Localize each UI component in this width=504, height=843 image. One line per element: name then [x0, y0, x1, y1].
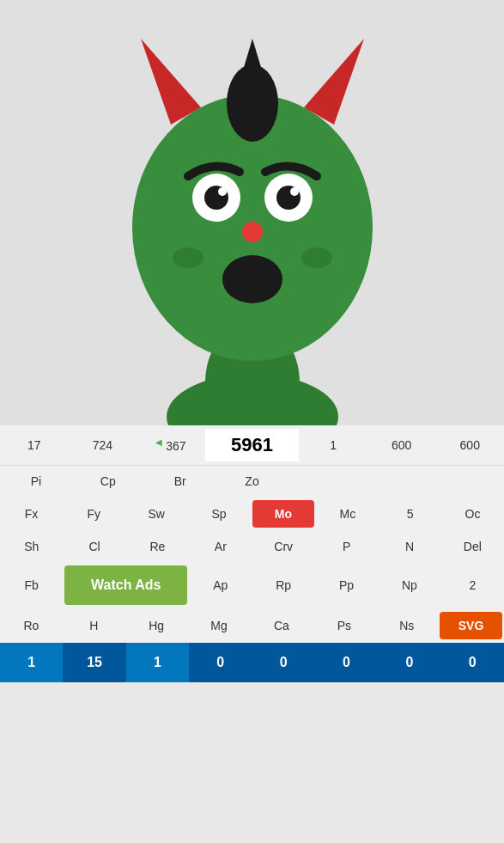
lbl3-3: Ar	[189, 533, 252, 560]
lbl1-2: Br	[144, 467, 216, 495]
lbl1-0: Pi	[0, 467, 72, 495]
num-cell-5: 600	[367, 433, 436, 457]
lbl5-0: Ro	[0, 612, 63, 639]
bottom-2: 1	[126, 643, 189, 682]
lbl1-1: Cp	[72, 467, 144, 495]
lbl3-2: Re	[126, 533, 189, 560]
lbl5-4: Ca	[251, 612, 313, 639]
svg-point-1	[167, 374, 338, 425]
lbl3-6: N	[378, 533, 440, 560]
lbl3-7: Del	[441, 533, 504, 560]
bottom-0: 1	[0, 643, 63, 682]
lbl5-6: Ns	[375, 612, 438, 639]
main-score: 5961	[205, 429, 300, 461]
num-cell-4: 1	[299, 433, 367, 457]
num-cell-6: 600	[435, 433, 504, 457]
lbl5-2: Hg	[125, 612, 188, 639]
lbl2-0: Fx	[0, 500, 63, 528]
label-row-5: Ro H Hg Mg Ca Ps Ns SVG	[0, 608, 504, 643]
svg-point-18	[301, 247, 332, 268]
lbl1-4	[288, 474, 360, 488]
lbl2-5: Mc	[316, 500, 379, 528]
num-cell-2: ◀ 367	[137, 432, 205, 458]
svg-marker-8	[240, 39, 265, 82]
lbl2-3: Sp	[188, 500, 251, 528]
lbl2-2: Sw	[125, 500, 188, 528]
lbl4-3: Rp	[252, 571, 315, 599]
number-row: 17 724 ◀ 367 5961 1 600 600	[0, 425, 504, 466]
svg-point-13	[218, 187, 227, 196]
bottom-4: 0	[252, 643, 315, 682]
svg-point-16	[222, 255, 282, 303]
lbl3-0: Sh	[0, 533, 63, 560]
bottom-5: 0	[315, 643, 378, 682]
svg-point-14	[290, 187, 299, 196]
svg-marker-5	[141, 39, 201, 125]
lbl3-1: Cl	[63, 533, 125, 560]
lbl1-3: Zo	[216, 467, 288, 495]
character-area	[0, 0, 504, 425]
lbl1-5	[360, 474, 432, 488]
lbl2-7: Oc	[441, 500, 504, 528]
lbl5-5: Ps	[313, 612, 375, 639]
lbl2-1: Fy	[63, 500, 125, 528]
watch-ads-button[interactable]: Watch Ads	[64, 565, 187, 605]
lbl4-2: Ap	[189, 571, 252, 599]
bottom-7: 0	[441, 643, 504, 682]
lbl5-1: H	[63, 612, 125, 639]
svg-marker-6	[304, 39, 364, 125]
devil-character	[89, 13, 416, 425]
lbl1-6	[432, 474, 504, 488]
svg-point-17	[173, 247, 203, 268]
label-row-2: Fx Fy Sw Sp Mo Mc 5 Oc	[0, 497, 504, 531]
svg-point-15	[242, 222, 263, 242]
mo-button[interactable]: Mo	[252, 500, 315, 528]
lbl4-4: Pp	[315, 571, 378, 599]
data-area: 17 724 ◀ 367 5961 1 600 600 Pi Cp Br Zo …	[0, 425, 504, 682]
num-cell-0: 17	[0, 433, 69, 457]
bottom-1: 15	[63, 643, 125, 682]
bottom-row: 1 15 1 0 0 0 0 0	[0, 643, 504, 682]
lbl5-3: Mg	[188, 612, 251, 639]
lbl3-4: Crv	[252, 533, 315, 560]
num-cell-1: 724	[69, 433, 137, 457]
bottom-3: 0	[189, 643, 252, 682]
label-row-3: Sh Cl Re Ar Crv P N Del	[0, 531, 504, 562]
label-row-1: Pi Cp Br Zo	[0, 466, 504, 497]
label-row-4: Fb Watch Ads Ap Rp Pp Np 2	[0, 562, 504, 608]
lbl4-6: 2	[441, 571, 504, 599]
bottom-6: 0	[378, 643, 440, 682]
lbl3-5: P	[315, 533, 378, 560]
svg-button[interactable]: SVG	[440, 612, 502, 639]
lbl4-0: Fb	[0, 571, 63, 599]
lbl4-5: Np	[378, 571, 440, 599]
lbl2-6: 5	[379, 500, 441, 528]
